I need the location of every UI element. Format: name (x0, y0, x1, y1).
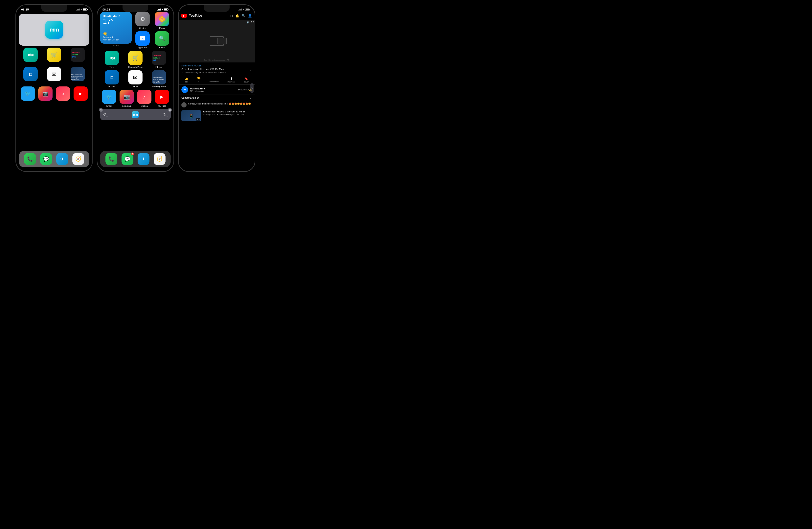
yt-hashtags[interactable]: #Siri #offline #iOS15 (182, 65, 252, 67)
yt-avatar-icon[interactable]: 👤 (248, 14, 252, 18)
app-mercado-1[interactable]: 🛒 Mercado Pago (47, 47, 61, 65)
app-outlook-2[interactable]: ◻ Outlook (105, 70, 119, 88)
musica-label-1: Música (59, 101, 67, 104)
yt-dislike-icon: 👎 (197, 77, 201, 81)
app-twitter-2[interactable]: 🐦 Twitter (102, 90, 116, 107)
app-fitness-1[interactable]: 48/450CAL 2/60MIN 2/8H Fitness (71, 47, 85, 65)
app-youtube-2[interactable]: ▶ YouTube (155, 90, 169, 107)
yt-video-area[interactable]: Este vídeo será reproduzido em PiP 🔊 ⛶ (179, 20, 255, 62)
instagram-label-2: Instagram (122, 105, 131, 107)
rewind-btn[interactable]: ↺15 (103, 112, 107, 117)
app-musica-2[interactable]: ♪ Música (137, 90, 151, 107)
yt-like-count: 687 (185, 81, 188, 83)
weather-widget[interactable]: Uberlândia ↗ 17° ☀️ Ensolarado Máx 28° M… (100, 12, 132, 49)
rec-menu-icon[interactable]: ⋮ (249, 110, 252, 113)
mercado-icon-1: 🛒 (47, 47, 61, 62)
ajustes-label-2: Ajustes (139, 27, 146, 29)
rec-title-1: Tela de início, widgets e Spotlight do i… (203, 110, 248, 113)
app-macmagazine-1[interactable]: Personalize suas cenas do HomeKit com o … (71, 67, 85, 84)
app-gmail-2[interactable]: ✉ Gmail (128, 70, 143, 88)
app-fotos-2[interactable]: 🌼 Fotos (153, 12, 171, 29)
outlook-label-1: Outlook (27, 82, 34, 84)
gmail-label-1: Gmail (51, 82, 57, 84)
mini-player[interactable]: ✕ ⊞ ↺15 mm ↻15 (100, 109, 171, 120)
dock-whatsapp-2[interactable]: 💬 1 (121, 153, 133, 165)
app-row-2-phone2: ◻ Outlook ✉ Gmail Personalize suas cenas… (97, 70, 173, 88)
youtube-label-2: YouTube (158, 105, 166, 107)
yt-dislike-btn[interactable]: 👎 7 (197, 77, 201, 83)
hr-text-1: 2/8H (72, 56, 76, 58)
app-musica-1[interactable]: ♪ Música (56, 86, 70, 104)
dock-telegram-2[interactable]: ✈ (137, 153, 149, 165)
mini-player-close-btn[interactable]: ✕ (99, 108, 103, 112)
mm-widget-1[interactable]: mm (19, 14, 89, 46)
app-macmagazine-2[interactable]: Personalize suas cenas do HomeKit com o … (152, 70, 166, 88)
weather-temp: 17° (103, 18, 129, 25)
macmagazine-label-1: MacMagazine (71, 82, 84, 84)
yt-title: YouTube (189, 14, 202, 17)
yt-recommended-1[interactable]: 📱 9:56 Tela de início, widgets e Spotlig… (179, 109, 255, 123)
musica-icon-1: ♪ (56, 86, 70, 101)
yt-cast-icon[interactable]: ⊡ (230, 14, 233, 18)
app-twitter-1[interactable]: 🐦 Twitter (20, 86, 35, 104)
twitter-label-2: Twitter (106, 105, 112, 107)
app-ajustes-2[interactable]: ⚙ Ajustes (134, 12, 151, 29)
status-bar-2: 08:23 ↗ ▾ (97, 5, 173, 12)
yt-comments-section: Comentários 34 ⌄ (179, 95, 255, 101)
dock-safari-2[interactable]: 🧭 (154, 153, 165, 165)
yt-search-icon[interactable]: 🔍 (242, 14, 246, 18)
app-outlook-1[interactable]: ◻ Outlook (24, 67, 38, 84)
app-fitness-2[interactable]: 49/450CAL 2/60MIN 2/8H Fitness (152, 51, 166, 68)
yt-comments-chevron-icon[interactable]: ⌄ (250, 96, 252, 100)
twitter-icon-1: 🐦 (20, 86, 35, 101)
yt-expand-icon[interactable]: ⛶ (251, 21, 253, 24)
weather-desc: Ensolarado (103, 36, 129, 39)
yt-download-btn[interactable]: ⬇ Download (227, 77, 235, 83)
yt-share-icon: ↑ (213, 77, 215, 80)
yt-like-btn[interactable]: 👍 687 (185, 77, 189, 83)
side-chevron-icon[interactable]: ❯ (250, 83, 253, 93)
comment-text-1: Caraca, essa thumb ficou muito massa!!!!… (188, 102, 251, 108)
app-gmail-1[interactable]: ✉ Gmail (47, 67, 61, 84)
mini-player-pip-btn[interactable]: ⊞ (168, 108, 172, 112)
yt-video-title: A Siri funciona offline no iOS 15! Mas..… (182, 68, 249, 71)
subscribe-button[interactable]: INSCRITO 🔔 (238, 88, 252, 91)
yt-chevron-down-icon[interactable]: ⌄ (249, 68, 252, 71)
instagram-icon-2: 📷 (119, 90, 134, 104)
app-youtube-1[interactable]: ▶ YouTube (74, 86, 88, 104)
outlook-icon-1: ◻ (24, 67, 38, 81)
youtube-icon-1: ▶ (74, 86, 88, 101)
app-trigg-1[interactable]: Trigg Trigg (24, 47, 38, 65)
app-trigg-2[interactable]: Trigg Trigg (105, 51, 119, 68)
dock-phone-1[interactable]: 📞 (24, 153, 36, 165)
yt-video-stats: 3,7 mil visualizações há 18 horas há 18 … (182, 71, 252, 74)
app-instagram-2[interactable]: 📷 Instagram (119, 90, 134, 107)
wifi-icon-2: ▾ (162, 8, 163, 11)
app-appstore-2[interactable]: 🅰 App Store (134, 31, 151, 49)
app-instagram-1[interactable]: 📷 Instagram (38, 86, 53, 104)
yt-download-icon: ⬇ (230, 77, 233, 81)
forward-btn[interactable]: ↻15 (163, 112, 168, 117)
youtube-icon-2: ▶ (155, 90, 169, 104)
app-buscar-2[interactable]: 🔍 Buscar (153, 31, 171, 49)
phone-3: ▾ YouTube ⊡ 🔔 🔍 👤 Este vídeo será reprod… (178, 4, 255, 172)
yt-save-btn[interactable]: 🔖 Salvar (244, 77, 249, 83)
trigg-icon-2: Trigg (105, 51, 119, 65)
yt-bell-icon[interactable]: 🔔 (235, 14, 239, 18)
phone-2: 08:23 ↗ ▾ Uberlândi (97, 4, 174, 172)
signal-icon-1 (76, 9, 79, 11)
musica-icon-2: ♪ (137, 90, 151, 104)
dock-phone-2[interactable]: 📞 (105, 153, 117, 165)
macmagazine-icon-2: Personalize suas cenas do HomeKit com o … (152, 70, 166, 84)
dock-safari-1[interactable]: 🧭 (72, 153, 84, 165)
yt-share-btn[interactable]: ↑ Compartilhar (209, 77, 219, 83)
dock-whatsapp-1[interactable]: 💬 (40, 153, 52, 165)
yt-volume-icon[interactable]: 🔊 (247, 21, 250, 24)
location-arrow-1: ↗ (52, 8, 53, 11)
fitness-label-2: Fitness (156, 66, 162, 68)
dock-telegram-1[interactable]: ✈ (56, 153, 68, 165)
phone-1: 08:15 ↗ ▾ mm Trig (15, 4, 93, 172)
app-mercado-2[interactable]: 🛒 Mercado Pago (128, 51, 143, 68)
safari-icon-2: 🧭 (154, 153, 165, 165)
outlook-label-2: Outlook (108, 85, 116, 88)
